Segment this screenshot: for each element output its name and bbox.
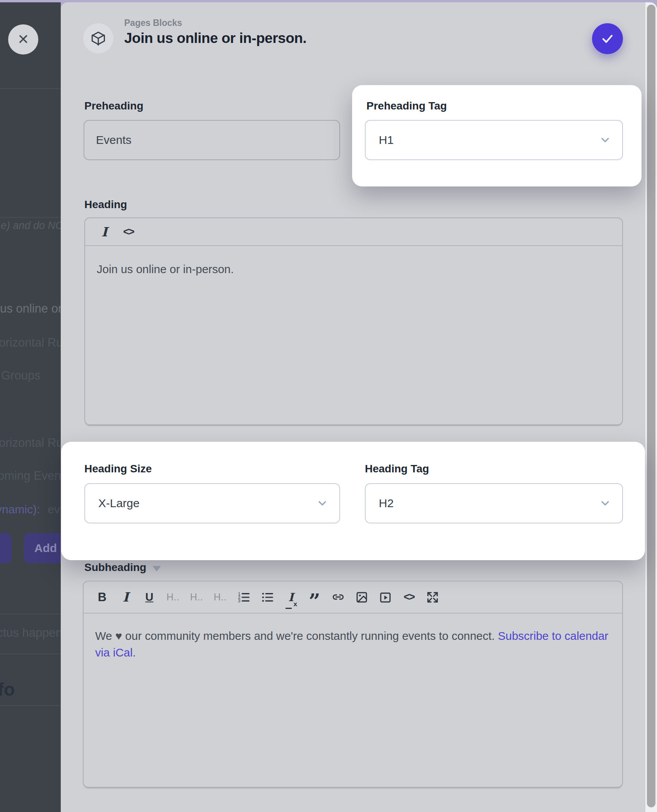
- breadcrumb: Pages Blocks: [124, 18, 182, 28]
- fullscreen-icon: [426, 591, 439, 603]
- italic-icon: I: [123, 590, 128, 605]
- preheading-label: Preheading: [84, 100, 143, 112]
- block-icon-circle: [83, 23, 113, 53]
- italic-button[interactable]: I: [96, 218, 113, 245]
- italic-button[interactable]: I: [118, 581, 133, 613]
- italic-icon: I: [101, 224, 107, 239]
- clear-formatting-button[interactable]: I x: [283, 581, 299, 613]
- link-icon: [332, 591, 344, 603]
- video-button[interactable]: [378, 581, 393, 613]
- link-button[interactable]: [330, 581, 346, 613]
- blockquote-button[interactable]: ”: [307, 581, 322, 613]
- heading-1-icon: H..: [166, 591, 179, 603]
- preheading-input[interactable]: [84, 120, 340, 160]
- image-icon: [356, 591, 368, 603]
- chevron-down-icon: [599, 134, 611, 146]
- subheading-toolbar: B I U H.. H.. H.. 1 2 3: [84, 581, 622, 614]
- heading-editor-content[interactable]: Join us online or in-person.: [85, 246, 622, 292]
- heading-label: Heading: [84, 198, 127, 211]
- heading-size-select[interactable]: X-Large: [84, 483, 340, 523]
- clear-formatting-icon: I: [288, 591, 294, 604]
- clear-formatting-bar: [286, 608, 292, 609]
- chevron-down-icon: [599, 497, 611, 509]
- subheading-editor: B I U H.. H.. H.. 1 2 3: [83, 581, 623, 788]
- heading-tag-label: Heading Tag: [365, 463, 429, 475]
- ordered-list-button[interactable]: 1 2 3: [236, 581, 252, 613]
- bold-icon: B: [98, 590, 106, 604]
- clear-formatting-x: x: [294, 600, 297, 608]
- screen: ✕ e) and do NOT us online or i orizontal…: [0, 0, 657, 812]
- underline-icon: U: [145, 591, 154, 603]
- heading-tag-value: H2: [379, 497, 394, 510]
- check-icon: [600, 31, 615, 46]
- heading-3-icon: H..: [214, 591, 226, 603]
- preheading-tag-select[interactable]: H1: [365, 120, 623, 160]
- subheading-editor-content[interactable]: We ♥ our community members and we're con…: [84, 614, 621, 675]
- chevron-down-icon: [316, 497, 328, 509]
- heading-editor: I <> Join us online or in-person.: [84, 217, 623, 425]
- subheading-label-row[interactable]: Subheading: [84, 561, 161, 574]
- fullscreen-button[interactable]: [425, 581, 440, 613]
- confirm-button[interactable]: [592, 23, 623, 54]
- block-icon: [90, 30, 106, 46]
- heading-3-button[interactable]: H..: [212, 581, 228, 613]
- blockquote-icon: ”: [309, 599, 320, 603]
- subheading-text: We ♥ our community members and we're con…: [95, 629, 498, 642]
- heading-2-button[interactable]: H..: [189, 581, 204, 613]
- bold-button[interactable]: B: [94, 581, 110, 613]
- heading-tag-select[interactable]: H2: [365, 483, 623, 523]
- code-icon: <>: [123, 226, 134, 238]
- code-icon: <>: [404, 591, 414, 603]
- heading-2-icon: H..: [190, 591, 203, 603]
- code-button[interactable]: <>: [120, 218, 137, 245]
- heading-size-label: Heading Size: [84, 463, 152, 475]
- image-button[interactable]: [354, 581, 370, 613]
- subheading-label: Subheading: [84, 561, 146, 574]
- svg-text:3: 3: [238, 598, 240, 603]
- drawer-content: Pages Blocks Join us online or in-person…: [0, 0, 657, 812]
- page-title: Join us online or in-person.: [124, 30, 306, 46]
- bullet-list-button[interactable]: [260, 581, 275, 613]
- preheading-tag-value: H1: [379, 133, 394, 147]
- code-button[interactable]: <>: [401, 581, 417, 613]
- heading-size-value: X-Large: [98, 497, 140, 510]
- video-icon: [379, 591, 392, 603]
- bullet-list-icon: [261, 591, 274, 603]
- heading-1-button[interactable]: H..: [165, 581, 181, 613]
- preheading-tag-label: Preheading Tag: [366, 100, 447, 112]
- heading-toolbar: I <>: [85, 218, 622, 246]
- ordered-list-icon: 1 2 3: [238, 591, 250, 603]
- underline-button[interactable]: U: [142, 581, 157, 613]
- triangle-down-icon: [152, 566, 161, 571]
